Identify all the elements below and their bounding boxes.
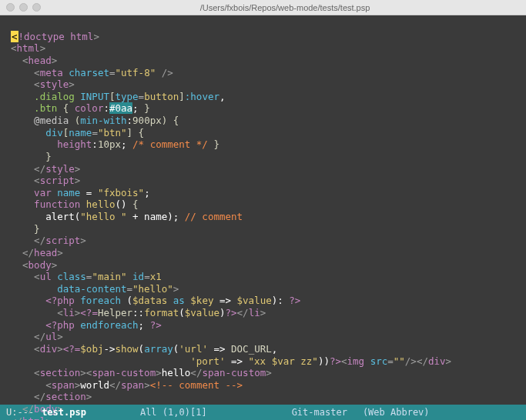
code-token: ,: [272, 343, 278, 355]
code-token: />: [156, 67, 173, 78]
code-token: </: [109, 379, 121, 391]
code-token: ?>: [330, 355, 341, 367]
code-token: // comment: [185, 211, 243, 222]
code-token: >: [93, 31, 99, 42]
code-token: style: [40, 78, 69, 90]
code-token: ><: [80, 367, 92, 378]
code-token: show: [116, 343, 139, 355]
code-token: 'url': [179, 343, 208, 355]
code-token: 900px: [132, 115, 162, 126]
code-token: </: [11, 247, 34, 258]
code-token: =: [144, 271, 150, 282]
code-token: >: [52, 55, 58, 66]
code-token: :: [103, 102, 109, 114]
code-token: >: [266, 367, 272, 378]
code-token: + name);: [127, 211, 185, 222]
code-token: ul: [40, 271, 58, 282]
code-token: >: [75, 175, 81, 186]
code-token: alert(: [11, 211, 80, 222]
code-token: body: [28, 259, 52, 271]
code-token: ul: [45, 331, 57, 342]
code-token: <!-- comment -->: [150, 379, 243, 391]
code-token: :: [127, 115, 133, 126]
code-token: :hover: [185, 91, 219, 102]
code-token: ?>: [226, 307, 237, 318]
code-token: <: [11, 343, 40, 355]
code-token: </: [190, 367, 202, 378]
code-token: "hello ": [80, 211, 126, 222]
code-token: foreach: [80, 295, 126, 306]
code-token: >: [40, 42, 46, 54]
code-token: (): [115, 198, 132, 210]
code-token: DOC_URL: [231, 343, 272, 355]
code-token: head: [34, 247, 57, 258]
minimize-icon[interactable]: [19, 3, 28, 12]
code-token: "fxbois": [98, 187, 144, 198]
code-token: >: [446, 355, 452, 367]
code-token: "hello": [132, 283, 173, 295]
code-token: =>: [219, 295, 237, 306]
modeline-mode: (Web Abbrev): [363, 407, 430, 418]
code-token: >: [69, 78, 75, 90]
code-token: ?>: [289, 295, 300, 306]
highlighted-text: #0aa: [109, 102, 132, 114]
code-token: style: [45, 163, 75, 175]
code-token: x1: [150, 271, 162, 282]
code-token: ;: [132, 102, 144, 114]
zoom-icon[interactable]: [32, 3, 41, 12]
code-token: =: [92, 127, 98, 138]
code-token: /></: [405, 355, 428, 367]
code-token: ,: [219, 91, 226, 102]
code-token: }: [144, 102, 150, 114]
code-token: =>: [225, 355, 248, 367]
code-token: (: [127, 295, 133, 306]
code-token: world: [80, 379, 109, 391]
code-token: <?=: [63, 343, 81, 355]
code-token: <?=: [80, 307, 98, 318]
code-token: {: [63, 102, 75, 114]
code-token: head: [28, 55, 52, 66]
code-token: zz": [295, 355, 318, 367]
code-token: /* comment */: [132, 138, 208, 150]
code-token: =: [80, 187, 98, 198]
code-token: button: [144, 91, 179, 102]
code-token: $datas: [132, 295, 173, 306]
modeline: U:--- test.psp All (1,0)[1] Git-master (…: [0, 405, 526, 420]
code-token: name: [57, 187, 80, 198]
code-token: ):: [272, 295, 290, 306]
code-token: "utf-8": [116, 67, 156, 78]
code-token: div: [428, 355, 446, 367]
code-token: <: [341, 355, 347, 367]
code-token: >: [144, 379, 150, 391]
editor-area[interactable]: <!doctype html> <html> <head> <meta char…: [0, 15, 526, 405]
code-token: INPUT: [80, 91, 109, 102]
code-token: "btn": [98, 127, 127, 138]
code-token: <: [11, 307, 63, 318]
code-token: {: [132, 198, 139, 210]
code-token: as: [173, 295, 191, 306]
code-token: src: [370, 355, 388, 367]
code-token: >: [86, 391, 92, 402]
code-token: "": [394, 355, 405, 367]
code-token: <: [11, 379, 52, 391]
code-token: hello: [86, 198, 116, 210]
traffic-lights: [6, 3, 41, 12]
code-token: div: [40, 343, 58, 355]
code-token: script: [40, 175, 75, 186]
code-token: =: [139, 91, 145, 102]
code-token: type: [115, 91, 138, 102]
close-icon[interactable]: [6, 3, 15, 12]
code-token: color: [75, 102, 104, 114]
code-token: =: [387, 355, 394, 367]
code-token: $value: [237, 295, 272, 306]
code-token: >: [156, 367, 162, 378]
code-token: </: [11, 163, 45, 175]
code-token: .btn: [11, 102, 63, 114]
code-token: :: [92, 138, 98, 150]
code-token: <: [11, 271, 40, 282]
modeline-vcs: Git-master: [292, 407, 347, 418]
code-token: (: [139, 343, 145, 355]
code-token: <?php: [11, 295, 80, 306]
code-token: [11, 355, 190, 367]
code-token: =>: [208, 343, 231, 355]
